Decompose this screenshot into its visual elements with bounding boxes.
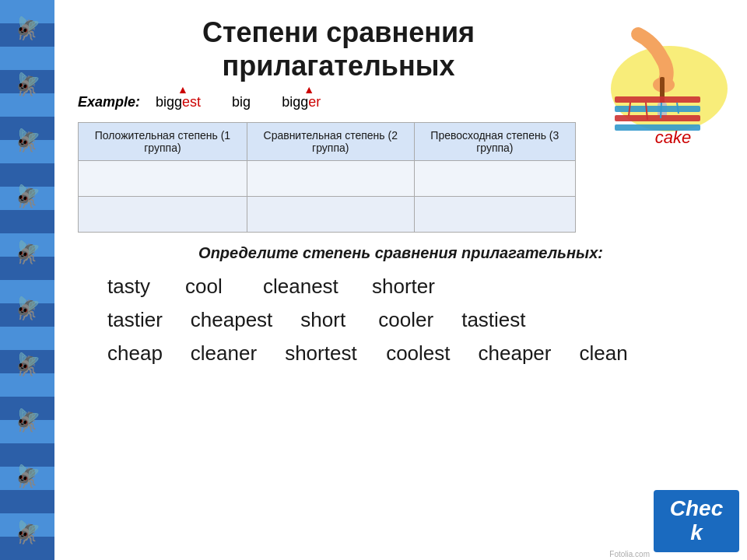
word-tasty[interactable]: tasty [93,271,171,302]
fly-icon-7: 🪰 [8,345,47,383]
left-border: 🪰 🪰 🪰 🪰 🪰 🪰 🪰 🪰 🪰 🪰 [0,0,54,560]
fly-icon-8: 🪰 [8,401,47,439]
word-cleaner[interactable]: cleaner [177,338,271,369]
table-row [79,161,576,197]
watermark: Fotolia.com [609,550,650,558]
table-cell-2-3 [414,197,575,233]
example-label: Example: [78,94,140,110]
table-header-2: Сравнительная степень (2 группа) [247,123,414,161]
fly-icon-4: 🪰 [8,177,47,215]
word-cheapest[interactable]: cheapest [177,305,287,335]
comparison-table: Положительная степень (1 группа) Сравнит… [78,122,576,233]
table-cell-1-3 [414,161,575,197]
svg-rect-5 [615,106,700,112]
word-cool[interactable]: cool [171,271,249,302]
instruction-text: Определите степень сравнения прилагатель… [78,244,724,262]
word-shorter[interactable]: shorter [358,271,449,302]
fly-icon-10: 🪰 [8,513,47,551]
fly-icon-6: 🪰 [8,289,47,327]
word-tastier[interactable]: tastier [93,305,177,335]
word-cooler[interactable]: cooler [364,305,447,335]
word-row-3: cheap cleaner shortest coolest cheaper c… [93,338,724,369]
fly-icon-3: 🪰 [8,121,47,159]
fly-icon-2: 🪰 [8,65,47,103]
word-grid: tasty cool cleanest shorter tastier chea… [93,271,724,369]
word-tastiest[interactable]: tastiest [447,305,539,335]
word-cleanest[interactable]: cleanest [249,271,358,302]
illustration: cake [584,8,739,148]
table-header-3: Превосходная степень (3 группа) [414,123,575,161]
fly-icon-5: 🪰 [8,233,47,271]
word-row-2: tastier cheapest short cooler tastiest [93,305,724,335]
word-short[interactable]: short [286,305,364,335]
svg-rect-4 [615,96,700,103]
example-word-bigger: ▲ bigger [282,94,321,110]
table-cell-2-2 [247,197,414,233]
page-title: Степени сравнения прилагательных [78,16,599,82]
word-coolest[interactable]: coolest [372,338,464,369]
word-shortest[interactable]: shortest [271,338,372,369]
main-content: cake Степени сравнения прилагательных Ex… [54,0,747,560]
word-clean[interactable]: clean [565,338,643,369]
table-row [79,197,576,233]
word-row-1: tasty cool cleanest shorter [93,271,724,302]
table-cell-1-2 [247,161,414,197]
table-cell-2-1 [79,197,247,233]
painting-drawing [591,19,731,135]
fly-icon-9: 🪰 [8,457,47,495]
check-button-label: Check [670,497,723,545]
example-word-big: big [232,94,251,110]
table-header-1: Положительная степень (1 группа) [79,123,247,161]
word-cheap[interactable]: cheap [93,338,177,369]
cake-label: cake [655,128,691,148]
svg-rect-6 [615,115,700,121]
table-cell-1-1 [79,161,247,197]
example-word-biggest: ▲ biggest [156,94,201,110]
svg-line-10 [661,103,661,118]
word-cheaper[interactable]: cheaper [465,338,566,369]
fly-icon-1: 🪰 [8,9,47,47]
check-button[interactable]: Check [654,490,739,552]
